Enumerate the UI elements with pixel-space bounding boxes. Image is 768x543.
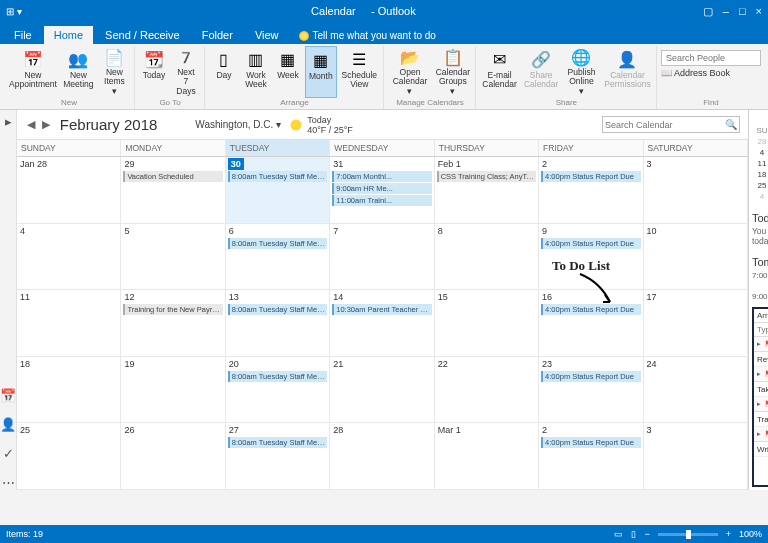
tab-home[interactable]: Home	[44, 26, 93, 44]
calendar-cell[interactable]: 4	[17, 224, 121, 290]
calendar-event[interactable]: CSS Training Class; AnyTown Consulting T…	[437, 171, 536, 182]
todo-item[interactable]: Review Vendor Bids⚑	[754, 352, 768, 367]
agenda-item[interactable]: 9:00 AMHR Meeting	[752, 292, 768, 301]
todo-arrange-header[interactable]: Arrange by: Flag: Due DateToday▲	[754, 309, 768, 323]
calendar-event[interactable]: 10:30am Parent Teacher Conference; The S…	[332, 304, 431, 315]
calendar-cell[interactable]: 18	[17, 357, 121, 423]
mini-calendar[interactable]: SUMOTUWETHFRSA28293031123456789101112131…	[752, 125, 768, 202]
view-normal-icon[interactable]: ▭	[614, 529, 623, 539]
mini-day[interactable]: 4	[752, 147, 768, 158]
tab-file[interactable]: File	[4, 26, 42, 44]
ribbon-open-calendar--button[interactable]: 📂OpenCalendar ▾	[388, 46, 432, 98]
todo-group-header[interactable]: ▸⚑Today	[754, 337, 768, 352]
location-picker[interactable]: Washington, D.C. ▾	[195, 119, 281, 130]
calendar-event[interactable]: 9:00am HR Me...	[332, 183, 431, 194]
calendar-cell[interactable]: 15	[435, 290, 539, 356]
ribbon-publish-online--button[interactable]: 🌐PublishOnline ▾	[563, 46, 600, 98]
mini-day[interactable]: 4	[752, 191, 768, 202]
calendar-cell[interactable]: 24	[644, 357, 748, 423]
search-calendar-box[interactable]: 🔍	[602, 116, 740, 133]
calendar-cell[interactable]: 308:00am Tuesday Staff Meeting; AnyTown …	[226, 157, 330, 223]
calendar-cell[interactable]: Jan 28	[17, 157, 121, 223]
calendar-cell[interactable]: 12Training for the New Payroll System; A…	[121, 290, 225, 356]
calendar-cell[interactable]: 3	[644, 423, 748, 489]
ribbon-options-icon[interactable]: ▢	[703, 5, 713, 18]
calendar-event[interactable]: 8:00am Tuesday Staff Meeting; AnyTown Co…	[228, 371, 327, 382]
calendar-cell[interactable]: 234:00pm Status Report Due	[539, 357, 643, 423]
calendar-cell[interactable]: 208:00am Tuesday Staff Meeting; AnyTown …	[226, 357, 330, 423]
todo-group-header[interactable]: ▸⚑This Week	[754, 367, 768, 382]
calendar-cell[interactable]: 24:00pm Status Report Due	[539, 423, 643, 489]
calendar-event[interactable]: 8:00am Tuesday Staff Meeting; AnyTown Co…	[228, 171, 327, 182]
ribbon-new-appointment-button[interactable]: 📅NewAppointment	[7, 46, 59, 98]
search-people-input[interactable]	[661, 50, 761, 66]
address-book-button[interactable]: 📖 Address Book	[661, 68, 761, 78]
calendar-event[interactable]: 11:00am Traini...	[332, 195, 431, 206]
weather-widget[interactable]: Today 40°F / 25°F	[289, 115, 353, 135]
calendar-cell[interactable]: 317:00am Monthl...9:00am HR Me...11:00am…	[330, 157, 434, 223]
calendar-cell[interactable]: 7	[330, 224, 434, 290]
todo-item[interactable]: Take Inventory of the Sto...🔔⚑	[754, 382, 768, 397]
nav-tasks-icon[interactable]: ✓	[3, 446, 14, 461]
nav-more-icon[interactable]: ⋯	[2, 475, 15, 490]
calendar-cell[interactable]: 10	[644, 224, 748, 290]
calendar-event[interactable]: 4:00pm Status Report Due	[541, 238, 640, 249]
calendar-cell[interactable]: 3	[644, 157, 748, 223]
tab-view[interactable]: View	[245, 26, 289, 44]
minimize-button[interactable]: –	[723, 5, 729, 18]
search-icon[interactable]: 🔍	[725, 119, 737, 130]
calendar-event[interactable]: Training for the New Payroll System; Any…	[123, 304, 222, 315]
calendar-cell[interactable]: 138:00am Tuesday Staff Meeting; AnyTown …	[226, 290, 330, 356]
ribbon-month-button[interactable]: ▦Month	[305, 46, 337, 98]
ribbon-week-button[interactable]: ▦Week	[273, 46, 303, 98]
calendar-cell[interactable]: 11	[17, 290, 121, 356]
calendar-event[interactable]: 4:00pm Status Report Due	[541, 304, 640, 315]
agenda-item[interactable]: 7:00 AMMonthly Client/Project M...AnyTow…	[752, 271, 768, 289]
ribbon-new-meeting-button[interactable]: 👥NewMeeting	[61, 46, 96, 98]
nav-people-icon[interactable]: 👤	[0, 417, 16, 432]
calendar-event[interactable]: 4:00pm Status Report Due	[541, 371, 640, 382]
view-reading-icon[interactable]: ▯	[631, 529, 636, 539]
maximize-button[interactable]: □	[739, 5, 746, 18]
calendar-event[interactable]: 7:00am Monthl...	[332, 171, 431, 182]
calendar-event[interactable]: Vacation Scheduled	[123, 171, 222, 182]
new-task-input[interactable]	[754, 323, 768, 337]
prev-month-button[interactable]: ◀	[25, 118, 37, 130]
ribbon-next-7-days-button[interactable]: 7️Next 7Days	[171, 46, 201, 98]
ribbon-calendar-groups--button[interactable]: 📋CalendarGroups ▾	[434, 46, 472, 98]
calendar-cell[interactable]: 21	[330, 357, 434, 423]
close-button[interactable]: ×	[756, 5, 762, 18]
zoom-slider[interactable]	[658, 533, 718, 536]
mini-day[interactable]: 11	[752, 158, 768, 169]
todo-group-header[interactable]: ▸⚑Next Month	[754, 397, 768, 412]
nav-calendar-icon[interactable]: 📅	[0, 388, 16, 403]
calendar-cell[interactable]: 19	[121, 357, 225, 423]
calendar-cell[interactable]: 8	[435, 224, 539, 290]
calendar-event[interactable]: 8:00am Tuesday Staff Meeting; AnyTown Co…	[228, 304, 327, 315]
calendar-cell[interactable]: 94:00pm Status Report Due	[539, 224, 643, 290]
ribbon-today-button[interactable]: 📆Today	[139, 46, 169, 98]
calendar-cell[interactable]: 26	[121, 423, 225, 489]
calendar-cell[interactable]: 24:00pm Status Report Due	[539, 157, 643, 223]
calendar-cell[interactable]: Feb 1CSS Training Class; AnyTown Consult…	[435, 157, 539, 223]
calendar-cell[interactable]: 164:00pm Status Report Due	[539, 290, 643, 356]
ribbon-schedule-view-button[interactable]: ☰ScheduleView	[339, 46, 380, 98]
ribbon-calendar-permissions-button[interactable]: 👤CalendarPermissions	[602, 46, 653, 98]
todo-item[interactable]: Write a Book⚑	[754, 442, 768, 457]
todo-item[interactable]: Transfer Records to the New ...⚑	[754, 412, 768, 427]
calendar-event[interactable]: 8:00am Tuesday Staff Meeting; AnyTown Co…	[228, 238, 327, 249]
calendar-cell[interactable]: 22	[435, 357, 539, 423]
tab-folder[interactable]: Folder	[192, 26, 243, 44]
todo-group-header[interactable]: ▸⚑Later	[754, 427, 768, 442]
ribbon-e-mail-calendar-button[interactable]: ✉E-mailCalendar	[480, 46, 520, 98]
ribbon-day-button[interactable]: ▯Day	[209, 46, 239, 98]
calendar-cell[interactable]: 29Vacation Scheduled	[121, 157, 225, 223]
ribbon-work-week-button[interactable]: ▥WorkWeek	[241, 46, 271, 98]
calendar-cell[interactable]: 1410:30am Parent Teacher Conference; The…	[330, 290, 434, 356]
calendar-cell[interactable]: 28	[330, 423, 434, 489]
mini-day[interactable]: 28	[752, 136, 768, 147]
calendar-cell[interactable]: 25	[17, 423, 121, 489]
calendar-cell[interactable]: 278:00am Tuesday Staff Meeting; AnyTown …	[226, 423, 330, 489]
mini-day[interactable]: 25	[752, 180, 768, 191]
calendar-cell[interactable]: Mar 1	[435, 423, 539, 489]
